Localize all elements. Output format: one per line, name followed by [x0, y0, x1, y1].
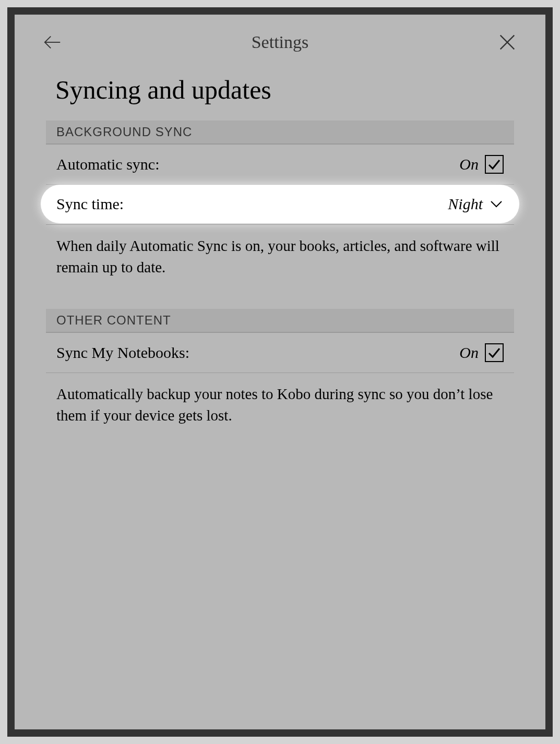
automatic-sync-value-group: On — [459, 155, 504, 174]
setting-row-sync-time[interactable]: Sync time: Night — [41, 185, 519, 223]
sync-notebooks-value: On — [459, 344, 479, 362]
background-sync-description: When daily Automatic Sync is on, your bo… — [46, 224, 514, 298]
sync-notebooks-value-group: On — [459, 343, 504, 362]
automatic-sync-value: On — [459, 155, 479, 173]
section-header-other-content: OTHER CONTENT — [46, 309, 514, 333]
section-header-background-sync: BACKGROUND SYNC — [46, 121, 514, 145]
setting-row-automatic-sync: Automatic sync: On — [46, 145, 514, 185]
chevron-down-icon[interactable] — [489, 197, 504, 211]
sync-time-label: Sync time: — [56, 195, 124, 213]
outer-frame: Settings Syncing and updates BACKGROUND … — [7, 7, 553, 737]
header-bar: Settings — [15, 15, 545, 69]
header-title: Settings — [252, 32, 309, 52]
back-icon[interactable] — [41, 30, 64, 54]
sync-notebooks-label: Sync My Notebooks: — [56, 344, 189, 362]
settings-screen: Settings Syncing and updates BACKGROUND … — [15, 15, 545, 729]
sync-notebooks-checkbox[interactable] — [485, 343, 504, 362]
sync-time-value: Night — [448, 195, 483, 213]
sync-time-value-group: Night — [448, 195, 504, 213]
other-content-description: Automatically backup your notes to Kobo … — [46, 373, 514, 447]
setting-row-sync-notebooks: Sync My Notebooks: On — [46, 333, 514, 373]
automatic-sync-label: Automatic sync: — [56, 155, 159, 173]
close-icon[interactable] — [496, 30, 519, 54]
page-title: Syncing and updates — [15, 69, 545, 121]
automatic-sync-checkbox[interactable] — [485, 155, 504, 174]
